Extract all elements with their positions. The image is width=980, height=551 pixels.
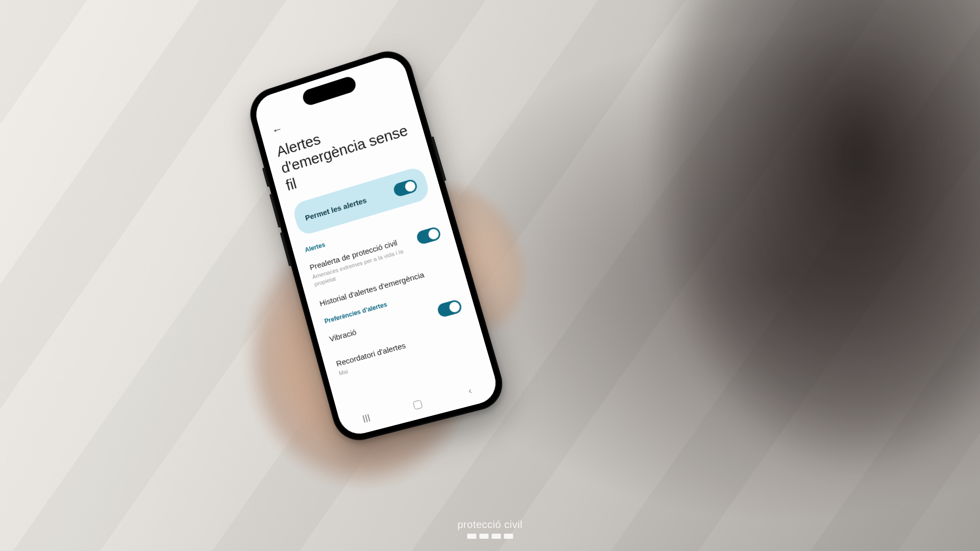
photo-background: ← Alertes d'emergència sense fil Permet … — [0, 0, 980, 551]
nav-home[interactable] — [402, 397, 434, 413]
foreground-person-blur — [582, 0, 980, 551]
watermark: protecció civil — [457, 519, 523, 539]
nav-recents[interactable] — [351, 411, 382, 426]
watermark-blocks — [457, 534, 523, 539]
nav-back[interactable] — [454, 384, 486, 398]
watermark-text: protecció civil — [457, 519, 523, 531]
phone-perspective-wrap: ← Alertes d'emergència sense fil Permet … — [286, 61, 459, 429]
